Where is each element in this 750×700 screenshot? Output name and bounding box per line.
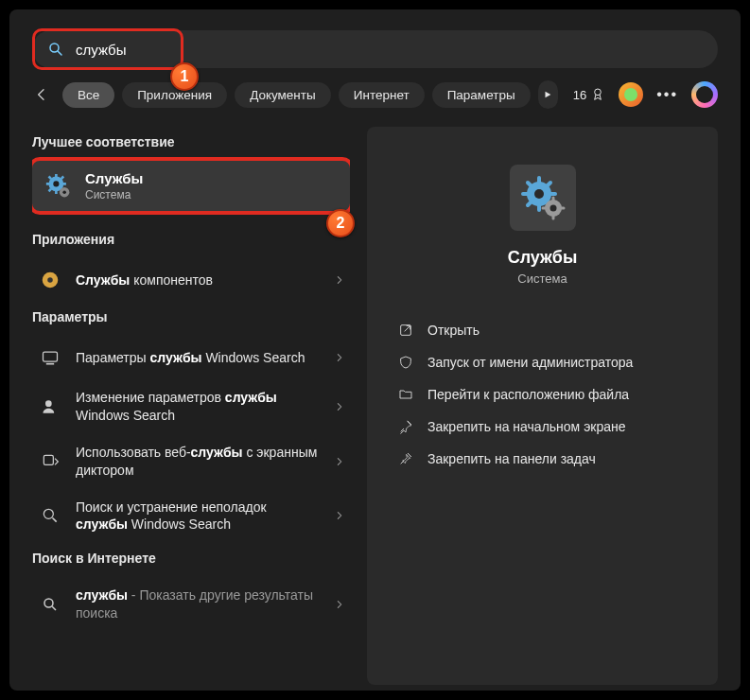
header-right: 16 ••• <box>573 81 718 108</box>
results-left-column: Лучшее соответствие Службы <box>32 127 350 685</box>
back-button[interactable] <box>32 79 51 110</box>
section-web: Поиск в Интернете <box>32 543 350 577</box>
chevron-right-icon <box>335 509 344 522</box>
narrator-icon <box>38 449 62 474</box>
best-match-title: Службы <box>85 170 143 186</box>
tab-internet[interactable]: Интернет <box>339 82 425 108</box>
rewards-points[interactable]: 16 <box>573 87 605 102</box>
folder-icon <box>397 386 414 403</box>
param-result-3[interactable]: Использовать веб-службы с экранным дикто… <box>32 434 350 489</box>
search-input[interactable] <box>76 42 703 58</box>
svg-point-16 <box>47 277 53 283</box>
svg-line-31 <box>528 183 531 185</box>
action-open[interactable]: Открыть <box>393 314 691 346</box>
pin-icon <box>397 418 414 435</box>
action-label: Закрепить на панели задач <box>427 451 596 466</box>
panel-subtitle: Система <box>393 271 691 286</box>
best-match-result[interactable]: Службы Система <box>32 161 350 211</box>
play-icon <box>543 90 552 99</box>
app-result-component-services[interactable]: Службы компонентов <box>32 258 350 302</box>
search-icon <box>38 592 62 617</box>
svg-rect-17 <box>44 352 58 361</box>
tab-settings[interactable]: Параметры <box>432 82 531 108</box>
panel-title: Службы <box>393 248 691 268</box>
svg-line-34 <box>548 183 550 185</box>
component-services-icon <box>38 268 62 292</box>
svg-point-36 <box>549 205 556 212</box>
action-pin-taskbar[interactable]: Закрепить на панели задач <box>393 443 691 475</box>
action-label: Открыть <box>427 323 480 338</box>
open-icon <box>397 322 414 339</box>
section-parameters: Параметры <box>32 302 350 336</box>
svg-point-23 <box>44 599 53 607</box>
svg-point-26 <box>534 189 544 199</box>
annotation-badge-2: 2 <box>326 209 350 237</box>
web-result-1[interactable]: службы - Показать другие результаты поис… <box>32 577 350 632</box>
list-item-label: Поиск и устранение неполадок службы Wind… <box>76 499 322 534</box>
settings-icon <box>38 345 62 370</box>
list-item-label: Параметры службы Windows Search <box>76 349 322 367</box>
pin-icon <box>397 450 414 467</box>
action-open-location[interactable]: Перейти к расположению файла <box>393 378 691 411</box>
points-value: 16 <box>573 88 586 102</box>
svg-point-2 <box>595 89 602 96</box>
medal-icon <box>590 87 605 102</box>
chevron-right-icon <box>335 455 344 468</box>
copilot-button[interactable] <box>691 81 718 108</box>
chevron-right-icon <box>335 598 344 611</box>
svg-line-22 <box>53 518 57 522</box>
list-item-label: Службы компонентов <box>76 271 322 289</box>
param-result-1[interactable]: Параметры службы Windows Search <box>32 336 350 379</box>
chevron-right-icon <box>335 273 344 287</box>
section-best-match: Лучшее соответствие <box>32 127 350 161</box>
details-panel: Службы Система Открыть Запуск от имени а… <box>367 127 718 685</box>
action-label: Запуск от имени администратора <box>427 355 633 370</box>
svg-line-24 <box>52 606 56 610</box>
best-match-wrap: Службы Система <box>32 161 350 211</box>
chevron-right-icon <box>335 400 344 413</box>
svg-point-4 <box>53 181 59 186</box>
chevron-right-icon <box>335 351 344 364</box>
panel-app-icon <box>510 165 576 231</box>
tabs-more-button[interactable] <box>538 80 558 109</box>
search-bar[interactable] <box>32 30 718 68</box>
troubleshoot-icon <box>38 503 62 528</box>
results-body: Лучшее соответствие Службы <box>9 127 741 685</box>
search-bar-wrap <box>9 9 741 68</box>
svg-point-0 <box>50 44 59 52</box>
best-match-text: Службы Система <box>85 170 143 201</box>
user-avatar[interactable] <box>619 82 643 107</box>
filter-tabs: Все Приложения Документы Интернет Параме… <box>9 68 741 127</box>
svg-line-33 <box>528 202 531 205</box>
svg-line-11 <box>49 188 52 191</box>
services-icon <box>45 173 72 200</box>
action-run-as-admin[interactable]: Запуск от имени администратора <box>393 346 691 378</box>
svg-line-9 <box>49 176 52 179</box>
svg-line-12 <box>61 176 64 179</box>
svg-line-1 <box>58 51 61 55</box>
list-item-label: Изменение параметров службы Windows Sear… <box>76 389 322 425</box>
svg-rect-18 <box>46 363 54 365</box>
action-label: Перейти к расположению файла <box>427 387 629 402</box>
best-match-subtitle: Система <box>85 188 143 201</box>
svg-point-21 <box>44 510 53 519</box>
tab-documents[interactable]: Документы <box>235 82 331 108</box>
search-icon <box>47 41 64 58</box>
shield-icon <box>397 354 414 371</box>
svg-point-14 <box>62 190 66 194</box>
svg-rect-20 <box>44 455 53 464</box>
annotation-badge-1: 1 <box>170 62 199 91</box>
arrow-left-icon <box>34 87 49 102</box>
user-settings-icon <box>38 394 62 419</box>
list-item-label: службы - Показать другие результаты поис… <box>76 586 322 622</box>
more-options-button[interactable]: ••• <box>656 86 678 103</box>
param-result-2[interactable]: Изменение параметров службы Windows Sear… <box>32 379 350 434</box>
action-label: Закрепить на начальном экране <box>427 419 626 434</box>
details-panel-column: Службы Система Открыть Запуск от имени а… <box>367 127 718 685</box>
svg-point-19 <box>45 400 52 407</box>
param-result-4[interactable]: Поиск и устранение неполадок службы Wind… <box>32 489 350 544</box>
section-apps: Приложения <box>32 224 350 258</box>
search-window: 1 Все Приложения Документы Интернет Пара… <box>9 9 741 691</box>
action-pin-start[interactable]: Закрепить на начальном экране <box>393 411 691 443</box>
tab-all[interactable]: Все <box>62 82 114 108</box>
